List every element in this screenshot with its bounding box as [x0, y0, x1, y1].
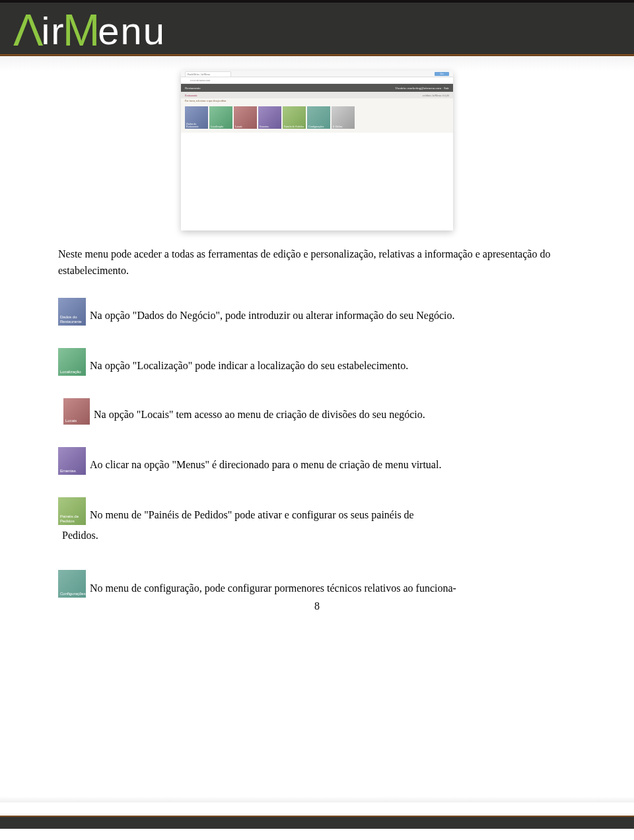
tile-label: Dados do Restaurante	[186, 123, 207, 128]
page-footer	[0, 816, 634, 829]
titlebar-right: Usuário: marketing@airmenu.com · Sair	[396, 87, 449, 90]
tile-label: Configurações	[308, 125, 330, 128]
app-hint: Por favor, selecione o que deseja editar	[181, 98, 453, 104]
logo-accent: M	[63, 4, 100, 55]
option-row-dados: Dados do Restaurante Na opção "Dados do …	[58, 298, 576, 326]
app-blank-body	[181, 133, 453, 230]
tile-localizacao: Localização	[209, 106, 232, 129]
logo-accent: Λ	[13, 4, 43, 55]
browser-go: Go	[435, 72, 449, 76]
tile-label: Ementas	[60, 469, 85, 473]
logo-text: ir	[41, 9, 65, 53]
tile-label: Locais	[235, 125, 256, 128]
tile-online: Ir Online	[332, 106, 355, 129]
tile-paineis-icon: Painéis de Pedidos	[58, 497, 86, 525]
tile-ementas: Ementas	[258, 106, 281, 129]
app-subbar: Restaurante créditos AirMenu: 0.0,00	[181, 92, 453, 98]
tile-label: Ir Online	[333, 125, 354, 128]
option-row-localizacao: Localização Na opção "Localização" pode …	[58, 348, 576, 376]
embedded-screenshot: BackOffice AirMenu Go www.airmenu.com Re…	[181, 71, 453, 230]
tile-label: Dados do Restaurante	[60, 315, 85, 324]
browser-address: www.airmenu.com	[181, 77, 453, 84]
tile-label: Painéis de Pedidos	[60, 514, 85, 524]
header-fade	[0, 56, 634, 71]
tile-locais-icon: Locais	[63, 398, 90, 425]
app-titlebar: Restaurante Usuário: marketing@airmenu.c…	[181, 84, 453, 92]
option-text: No menu de "Painéis de Pedidos" pode ati…	[90, 507, 414, 525]
tile-label: Painéis de Pedidos	[284, 125, 305, 128]
tile-paineis: Painéis de Pedidos	[283, 106, 306, 129]
option-text: Na opção "Localização" pode indicar a lo…	[90, 358, 408, 376]
browser-chrome: BackOffice AirMenu Go	[181, 71, 453, 77]
tile-localizacao-icon: Localização	[58, 348, 86, 376]
browser-tab: BackOffice AirMenu	[185, 71, 231, 77]
tile-locais: Locais	[234, 106, 257, 129]
app-tiles-row: Dados do Restaurante Localização Locais …	[181, 104, 453, 133]
option-text: Na opção "Dados do Negócio", pode introd…	[90, 308, 454, 326]
logo: Λ ir M enu	[16, 3, 166, 54]
tile-label: Ementas	[260, 125, 281, 128]
titlebar-left: Restaurante	[185, 87, 201, 90]
tile-config: Configurações	[307, 106, 330, 129]
titlebar-user-label: Usuário:	[396, 87, 407, 90]
subbar-left: Restaurante	[185, 94, 197, 97]
option-text: Ao clicar na opção "Menus" é direcionado…	[90, 457, 441, 475]
tile-label: Localização	[60, 370, 85, 374]
intro-paragraph: Neste menu pode aceder a todas as ferram…	[58, 246, 576, 279]
tile-dados: Dados do Restaurante	[185, 106, 208, 129]
tile-label: Locais	[65, 419, 88, 423]
option-row-paineis: Painéis de Pedidos No menu de "Painéis d…	[58, 497, 576, 525]
footer-fade	[0, 797, 634, 802]
tile-config-icon: Configurações	[58, 570, 86, 598]
option-row-locais: Locais Na opção "Locais" tem acesso ao m…	[58, 398, 576, 425]
page-number: 8	[58, 600, 576, 612]
option-text-extra: Pedidos.	[62, 528, 576, 544]
option-text: No menu de configuração, pode configurar…	[90, 580, 456, 598]
logo-text: enu	[98, 9, 166, 53]
page-body: BackOffice AirMenu Go www.airmenu.com Re…	[0, 71, 634, 797]
option-row-config: Configurações No menu de configuração, p…	[58, 570, 576, 598]
option-row-ementas: Ementas Ao clicar na opção "Menus" é dir…	[58, 447, 576, 475]
tile-dados-icon: Dados do Restaurante	[58, 298, 86, 326]
option-text: Na opção "Locais" tem acesso ao menu de …	[94, 407, 425, 425]
page-header: Λ ir M enu	[0, 0, 634, 71]
tile-ementas-icon: Ementas	[58, 447, 86, 475]
tile-label: Configurações	[60, 592, 85, 596]
header-main: Λ ir M enu	[0, 3, 634, 54]
tile-label: Localização	[211, 125, 232, 128]
titlebar-user-value: marketing@airmenu.com · Sair	[407, 87, 449, 90]
subbar-right: créditos AirMenu: 0.0,00	[423, 94, 449, 97]
